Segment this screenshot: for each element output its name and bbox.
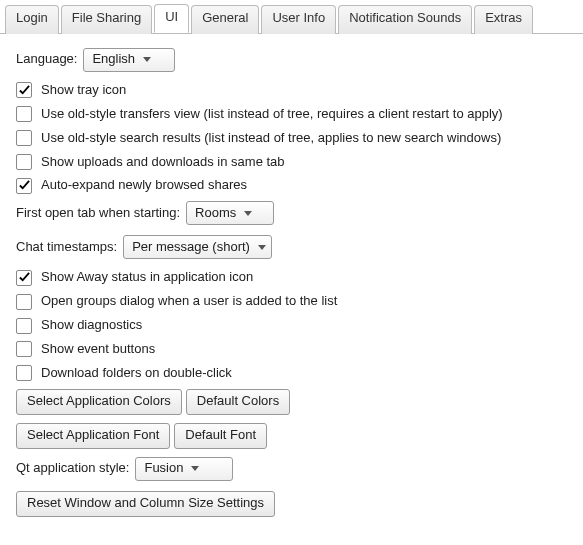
event-buttons-label[interactable]: Show event buttons — [41, 341, 155, 358]
first-tab-label: First open tab when starting: — [16, 205, 180, 222]
qt-style-select[interactable]: Fusion — [135, 457, 233, 481]
default-colors-button[interactable]: Default Colors — [186, 389, 290, 415]
qt-style-value: Fusion — [144, 460, 183, 477]
timestamps-label: Chat timestamps: — [16, 239, 117, 256]
first-tab-select[interactable]: Rooms — [186, 201, 274, 225]
event-buttons-checkbox[interactable] — [16, 341, 32, 357]
tab-user-info[interactable]: User Info — [261, 5, 336, 34]
download-dblclick-label[interactable]: Download folders on double-click — [41, 365, 232, 382]
tab-general[interactable]: General — [191, 5, 259, 34]
tab-bar: Login File Sharing UI General User Info … — [0, 0, 583, 34]
away-status-checkbox[interactable] — [16, 270, 32, 286]
tab-extras[interactable]: Extras — [474, 5, 533, 34]
old-search-results-checkbox[interactable] — [16, 130, 32, 146]
ui-settings-panel: Language: English Show tray icon Use old… — [0, 34, 583, 537]
old-transfers-view-label[interactable]: Use old-style transfers view (list inste… — [41, 106, 503, 123]
timestamps-value: Per message (short) — [132, 239, 250, 256]
first-tab-value: Rooms — [195, 205, 236, 222]
language-value: English — [92, 51, 135, 68]
select-colors-button[interactable]: Select Application Colors — [16, 389, 182, 415]
same-tab-label[interactable]: Show uploads and downloads in same tab — [41, 154, 285, 171]
show-tray-icon-label[interactable]: Show tray icon — [41, 82, 126, 99]
reset-window-sizes-button[interactable]: Reset Window and Column Size Settings — [16, 491, 275, 517]
old-search-results-label[interactable]: Use old-style search results (list inste… — [41, 130, 501, 147]
groups-dialog-checkbox[interactable] — [16, 294, 32, 310]
language-label: Language: — [16, 51, 77, 68]
tab-login[interactable]: Login — [5, 5, 59, 34]
show-tray-icon-checkbox[interactable] — [16, 82, 32, 98]
away-status-label[interactable]: Show Away status in application icon — [41, 269, 253, 286]
chevron-down-icon — [244, 211, 252, 216]
diagnostics-label[interactable]: Show diagnostics — [41, 317, 142, 334]
tab-ui[interactable]: UI — [154, 4, 189, 33]
diagnostics-checkbox[interactable] — [16, 318, 32, 334]
tab-notification-sounds[interactable]: Notification Sounds — [338, 5, 472, 34]
tab-file-sharing[interactable]: File Sharing — [61, 5, 152, 34]
chevron-down-icon — [191, 466, 199, 471]
groups-dialog-label[interactable]: Open groups dialog when a user is added … — [41, 293, 337, 310]
auto-expand-checkbox[interactable] — [16, 178, 32, 194]
default-font-button[interactable]: Default Font — [174, 423, 267, 449]
download-dblclick-checkbox[interactable] — [16, 365, 32, 381]
select-font-button[interactable]: Select Application Font — [16, 423, 170, 449]
old-transfers-view-checkbox[interactable] — [16, 106, 32, 122]
auto-expand-label[interactable]: Auto-expand newly browsed shares — [41, 177, 247, 194]
chevron-down-icon — [258, 245, 266, 250]
chevron-down-icon — [143, 57, 151, 62]
language-select[interactable]: English — [83, 48, 175, 72]
timestamps-select[interactable]: Per message (short) — [123, 235, 272, 259]
same-tab-checkbox[interactable] — [16, 154, 32, 170]
qt-style-label: Qt application style: — [16, 460, 129, 477]
